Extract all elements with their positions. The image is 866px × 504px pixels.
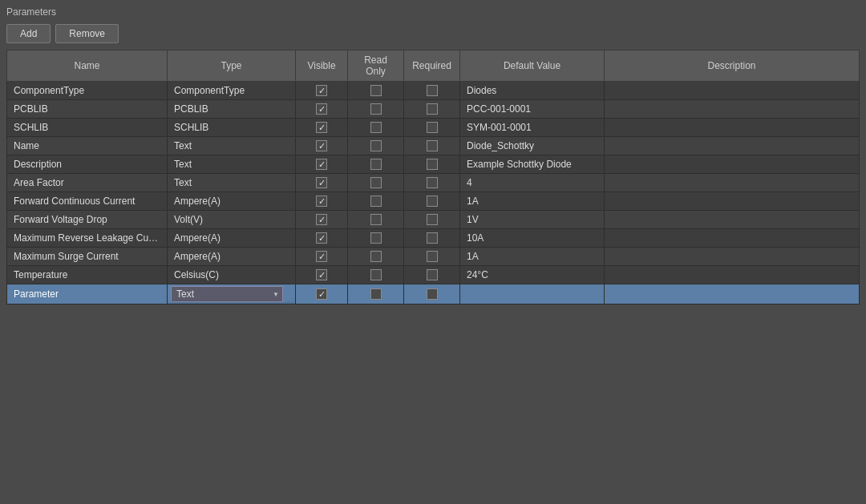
cell-readonly[interactable] xyxy=(348,229,404,248)
cell-visible[interactable] xyxy=(296,174,348,192)
visible-checkbox[interactable] xyxy=(316,177,327,188)
table-row[interactable]: Area Factor Text 4 xyxy=(7,174,860,192)
cell-required[interactable] xyxy=(404,82,460,100)
cell-name: Name xyxy=(7,137,168,155)
required-checkbox[interactable] xyxy=(427,251,438,262)
cell-visible[interactable] xyxy=(296,119,348,137)
cell-description xyxy=(605,229,860,248)
table-row[interactable]: Forward Voltage Drop Volt(V) 1V xyxy=(7,211,860,229)
selected-readonly-checkbox[interactable] xyxy=(370,288,382,300)
cell-required[interactable] xyxy=(404,211,460,229)
table-row[interactable]: Name Text Diode_Schottky xyxy=(7,137,860,155)
cell-visible[interactable] xyxy=(296,192,348,211)
readonly-checkbox[interactable] xyxy=(370,232,382,244)
cell-visible[interactable] xyxy=(296,155,348,174)
cell-required[interactable] xyxy=(404,137,460,155)
add-button[interactable]: Add xyxy=(6,24,51,43)
readonly-checkbox[interactable] xyxy=(370,140,382,151)
cell-required[interactable] xyxy=(404,100,460,119)
selected-cell-visible[interactable] xyxy=(296,284,348,304)
visible-checkbox[interactable] xyxy=(316,251,327,262)
cell-required[interactable] xyxy=(404,174,460,192)
required-checkbox[interactable] xyxy=(427,269,438,280)
cell-visible[interactable] xyxy=(296,248,348,266)
cell-readonly[interactable] xyxy=(348,174,404,192)
visible-checkbox[interactable] xyxy=(316,196,327,207)
cell-readonly[interactable] xyxy=(348,82,404,100)
readonly-checkbox[interactable] xyxy=(370,122,382,133)
table-row[interactable]: Temperature Celsius(C) 24°C xyxy=(7,266,860,284)
required-checkbox[interactable] xyxy=(427,103,438,115)
cell-required[interactable] xyxy=(404,229,460,248)
required-checkbox[interactable] xyxy=(427,196,438,207)
cell-type: Volt(V) xyxy=(168,211,296,229)
cell-required[interactable] xyxy=(404,192,460,211)
required-checkbox[interactable] xyxy=(427,85,438,96)
cell-required[interactable] xyxy=(404,155,460,174)
cell-readonly[interactable] xyxy=(348,211,404,229)
visible-checkbox[interactable] xyxy=(316,140,327,151)
cell-visible[interactable] xyxy=(296,100,348,119)
cell-required[interactable] xyxy=(404,266,460,284)
cell-readonly[interactable] xyxy=(348,137,404,155)
readonly-checkbox[interactable] xyxy=(370,214,382,225)
table-row[interactable]: Description Text Example Schottky Diode xyxy=(7,155,860,174)
cell-name: ComponentType xyxy=(7,82,168,100)
selected-cell-type[interactable]: Text Celsius(C)Decibel(dB)Percent(%)Metr… xyxy=(168,284,296,304)
visible-checkbox[interactable] xyxy=(316,269,327,280)
remove-button[interactable]: Remove xyxy=(55,24,119,43)
required-checkbox[interactable] xyxy=(427,177,438,188)
table-row[interactable]: ComponentType ComponentType Diodes xyxy=(7,82,860,100)
selected-cell-readonly[interactable] xyxy=(348,284,404,304)
selected-visible-checkbox[interactable] xyxy=(316,288,327,300)
cell-readonly[interactable] xyxy=(348,119,404,137)
cell-name: Maximum Reverse Leakage Current xyxy=(7,229,168,248)
cell-type: ComponentType xyxy=(168,82,296,100)
cell-type: Text xyxy=(168,137,296,155)
cell-description xyxy=(605,174,860,192)
readonly-checkbox[interactable] xyxy=(370,103,382,115)
readonly-checkbox[interactable] xyxy=(370,85,382,96)
cell-readonly[interactable] xyxy=(348,192,404,211)
table-row[interactable]: PCBLIB PCBLIB PCC-001-0001 xyxy=(7,100,860,119)
cell-visible[interactable] xyxy=(296,211,348,229)
cell-required[interactable] xyxy=(404,119,460,137)
cell-visible[interactable] xyxy=(296,229,348,248)
selected-cell-name[interactable]: Parameter xyxy=(7,284,168,304)
visible-checkbox[interactable] xyxy=(316,159,327,170)
required-checkbox[interactable] xyxy=(427,122,438,133)
readonly-checkbox[interactable] xyxy=(370,177,382,188)
readonly-checkbox[interactable] xyxy=(370,196,382,207)
cell-readonly[interactable] xyxy=(348,248,404,266)
cell-default: 1V xyxy=(460,211,605,229)
visible-checkbox[interactable] xyxy=(316,85,327,96)
type-dropdown-trigger[interactable]: Text xyxy=(171,286,283,302)
cell-readonly[interactable] xyxy=(348,266,404,284)
selected-cell-required[interactable] xyxy=(404,284,460,304)
table-row[interactable]: Maximum Reverse Leakage Current Ampere(A… xyxy=(7,229,860,248)
required-checkbox[interactable] xyxy=(427,214,438,225)
required-checkbox[interactable] xyxy=(427,159,438,170)
cell-readonly[interactable] xyxy=(348,100,404,119)
readonly-checkbox[interactable] xyxy=(370,251,382,262)
cell-required[interactable] xyxy=(404,248,460,266)
visible-checkbox[interactable] xyxy=(316,232,327,244)
readonly-checkbox[interactable] xyxy=(370,159,382,170)
cell-visible[interactable] xyxy=(296,137,348,155)
cell-visible[interactable] xyxy=(296,82,348,100)
readonly-checkbox[interactable] xyxy=(370,269,382,280)
required-checkbox[interactable] xyxy=(427,140,438,151)
selected-table-row[interactable]: Parameter Text Celsius(C)Decibel(dB)Perc… xyxy=(7,284,860,304)
cell-default: 1A xyxy=(460,192,605,211)
visible-checkbox[interactable] xyxy=(316,103,327,115)
header-name: Name xyxy=(7,50,168,82)
cell-visible[interactable] xyxy=(296,266,348,284)
table-row[interactable]: Forward Continuous Current Ampere(A) 1A xyxy=(7,192,860,211)
table-row[interactable]: Maximum Surge Current Ampere(A) 1A xyxy=(7,248,860,266)
visible-checkbox[interactable] xyxy=(316,214,327,225)
visible-checkbox[interactable] xyxy=(316,122,327,133)
required-checkbox[interactable] xyxy=(427,232,438,244)
table-row[interactable]: SCHLIB SCHLIB SYM-001-0001 xyxy=(7,119,860,137)
selected-required-checkbox[interactable] xyxy=(427,288,438,300)
cell-readonly[interactable] xyxy=(348,155,404,174)
